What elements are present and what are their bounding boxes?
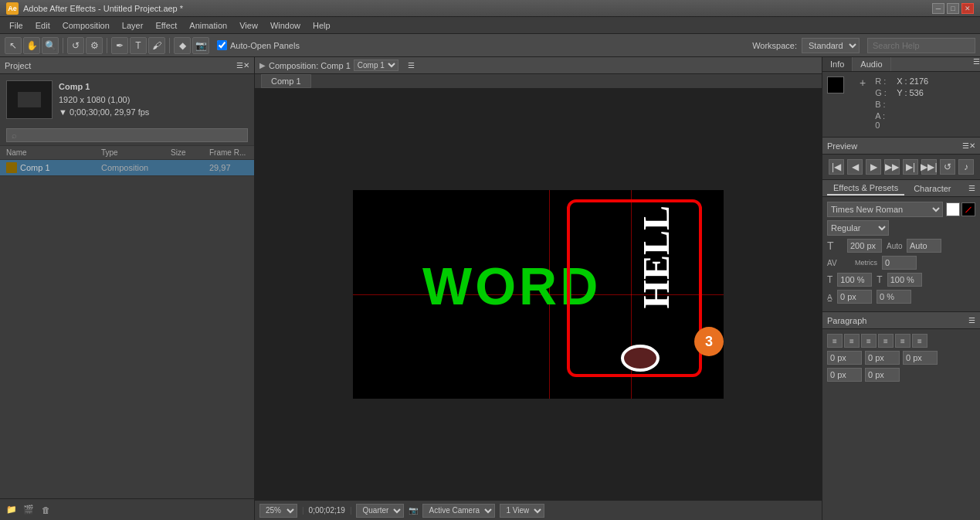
zoom-select[interactable]: 25%	[259, 504, 297, 518]
leading-input[interactable]	[907, 239, 941, 253]
vert-scale-input[interactable]	[837, 273, 872, 287]
justify-btn[interactable]: ≡	[878, 334, 894, 348]
toolbar: ↖ ✋ 🔍 ↺ ⚙ ✒ T 🖌 ◆ 📷 Auto-Open Panels Wor…	[0, 34, 980, 57]
indent-left-input[interactable]	[827, 351, 862, 365]
r-label: R :	[875, 76, 890, 86]
first-frame-btn[interactable]: |◀	[829, 159, 844, 175]
font-select[interactable]: Times New Roman	[827, 202, 943, 217]
menu-layer[interactable]: Layer	[116, 19, 150, 32]
effects-presets-tab[interactable]: Effects & Presets	[827, 182, 904, 195]
volume-btn[interactable]: ♪	[958, 159, 974, 175]
menu-view[interactable]: View	[233, 19, 264, 32]
align-center-btn[interactable]: ≡	[844, 334, 860, 348]
align-right-btn[interactable]: ≡	[861, 334, 877, 348]
selection-tool[interactable]: ↖	[5, 37, 22, 54]
character-tab[interactable]: Character	[907, 182, 957, 195]
horiz-scale-input[interactable]	[887, 273, 922, 287]
indent-right-input[interactable]	[903, 351, 938, 365]
project-panel-menu[interactable]: ☰	[236, 61, 243, 70]
delete-btn[interactable]: 🗑	[39, 503, 53, 517]
last-frame-btn[interactable]: ▶▶|	[921, 159, 937, 175]
align-left-btn[interactable]: ≡	[827, 334, 843, 348]
project-panel-title: Project	[5, 61, 233, 70]
annotation-badge-3: 3	[694, 327, 724, 356]
play-btn[interactable]: ▶	[866, 159, 881, 175]
paragraph-panel: Paragraph ☰ ≡ ≡ ≡ ≡ ≡ ≡	[822, 311, 980, 386]
ep-menu[interactable]: ☰	[968, 184, 975, 192]
project-panel-close[interactable]: ✕	[243, 61, 249, 70]
workspace-select[interactable]: Standard	[802, 38, 860, 53]
metrics-label: Metrics	[855, 259, 877, 267]
info-tab[interactable]: Info	[822, 57, 853, 71]
comp-tab[interactable]: Comp 1	[261, 74, 311, 88]
maximize-button[interactable]: □	[947, 3, 959, 14]
new-folder-btn[interactable]: 📁	[5, 503, 19, 517]
fill-color-swatch[interactable]	[946, 202, 960, 216]
view-count-select[interactable]: 1 View	[500, 504, 544, 518]
minimize-button[interactable]: ─	[932, 3, 944, 14]
y-coord: Y : 536	[897, 88, 924, 97]
x-coord: X : 2176	[897, 76, 928, 86]
font-style-select[interactable]: Regular	[827, 220, 889, 236]
shape-tool[interactable]: ◆	[174, 37, 191, 54]
menu-edit[interactable]: Edit	[29, 19, 56, 32]
comp-item-frame: 29,97	[209, 163, 248, 172]
indent-top-input[interactable]	[865, 351, 900, 365]
project-list-header: Name Type Size Frame R...	[0, 146, 254, 160]
font-size-input[interactable]	[847, 239, 882, 253]
camera-select[interactable]: Active Camera	[422, 504, 495, 518]
comp-panel-menu[interactable]: ☰	[408, 61, 415, 70]
comp-controls-bar: 25% | 0;00;02;19 | Quarter 📷 Active Came…	[255, 500, 822, 520]
quality-select[interactable]: Quarter	[356, 504, 404, 518]
comp-canvas[interactable]: WORD HELL 3	[353, 190, 724, 399]
preview-menu[interactable]: ☰	[962, 141, 969, 150]
camera-icon: 📷	[409, 506, 418, 515]
baseline-label: A̲	[827, 293, 832, 301]
audio-tab[interactable]: Audio	[853, 57, 890, 71]
comp-dimensions: 1920 x 1080 (1,00)	[59, 93, 149, 107]
project-search-input[interactable]	[6, 128, 248, 142]
menu-effect[interactable]: Effect	[149, 19, 183, 32]
color-swatch[interactable]	[827, 76, 844, 93]
loop-btn[interactable]: ↺	[940, 159, 955, 175]
settings-tool[interactable]: ⚙	[86, 37, 103, 54]
justify-center-btn[interactable]: ≡	[895, 334, 910, 348]
tracking-input[interactable]	[882, 256, 917, 270]
auto-open-checkbox[interactable]	[217, 40, 227, 50]
brush-tool[interactable]: 🖌	[148, 37, 165, 54]
space-before-input[interactable]	[827, 368, 862, 382]
comp-name-dropdown[interactable]: Comp 1	[59, 80, 149, 93]
para-menu[interactable]: ☰	[968, 316, 975, 325]
text-tool[interactable]: T	[130, 37, 147, 54]
prev-frame-btn[interactable]: ◀	[847, 159, 863, 175]
menu-animation[interactable]: Animation	[183, 19, 233, 32]
rotate-tool[interactable]: ↺	[67, 37, 84, 54]
next-frame-btn[interactable]: ▶|	[903, 159, 918, 175]
project-item-comp1[interactable]: Comp 1 Composition 29,97	[0, 160, 254, 176]
search-help-input[interactable]	[867, 38, 975, 53]
composition-panel: ▶ Composition: Comp 1 Comp 1 ☰ Comp 1 WO…	[255, 57, 822, 520]
menu-composition[interactable]: Composition	[56, 19, 116, 32]
close-button[interactable]: ✕	[961, 3, 974, 14]
comp-item-icon	[6, 162, 17, 173]
comp-selector[interactable]: Comp 1	[354, 59, 398, 71]
menu-window[interactable]: Window	[264, 19, 307, 32]
camera-tool[interactable]: 📷	[192, 37, 209, 54]
space-after-input[interactable]	[865, 368, 900, 382]
menu-file[interactable]: File	[3, 19, 29, 32]
stroke-color-swatch[interactable]	[961, 202, 975, 216]
rotation-input[interactable]	[877, 290, 911, 304]
play-audio-btn[interactable]: ▶▶	[884, 159, 900, 175]
new-comp-btn[interactable]: 🎬	[22, 503, 36, 517]
project-preview: Comp 1 1920 x 1080 (1,00) ▼ 0;00;30;00, …	[0, 74, 254, 125]
pen-tool[interactable]: ✒	[111, 37, 128, 54]
zoom-tool[interactable]: 🔍	[42, 37, 59, 54]
preview-close[interactable]: ✕	[969, 141, 975, 150]
info-panel-menu[interactable]: ☰	[973, 57, 980, 71]
baseline-input[interactable]	[837, 290, 872, 304]
auto-open-panels-toggle[interactable]: Auto-Open Panels	[217, 40, 300, 50]
justify-right-btn[interactable]: ≡	[912, 334, 927, 348]
menu-help[interactable]: Help	[307, 19, 337, 32]
comp-breadcrumb: Comp 1	[255, 74, 822, 89]
hand-tool[interactable]: ✋	[23, 37, 40, 54]
